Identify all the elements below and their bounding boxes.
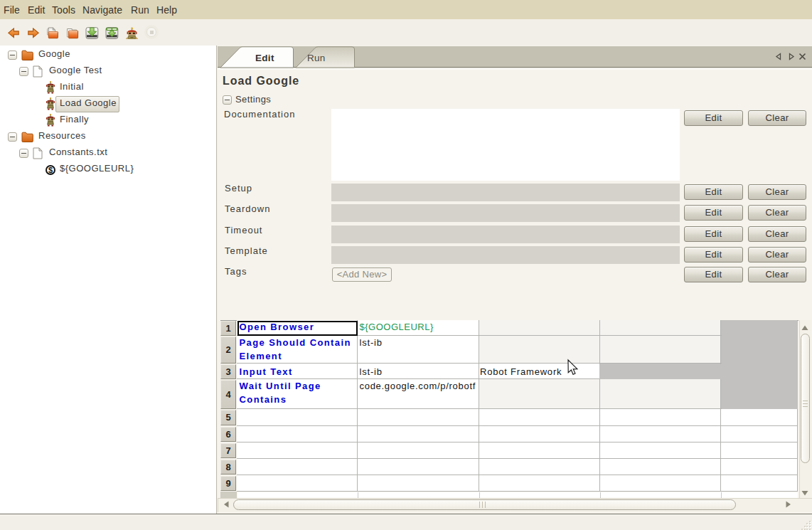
svg-text:Edit: Edit <box>255 53 274 63</box>
svg-text:Run: Run <box>307 53 326 63</box>
